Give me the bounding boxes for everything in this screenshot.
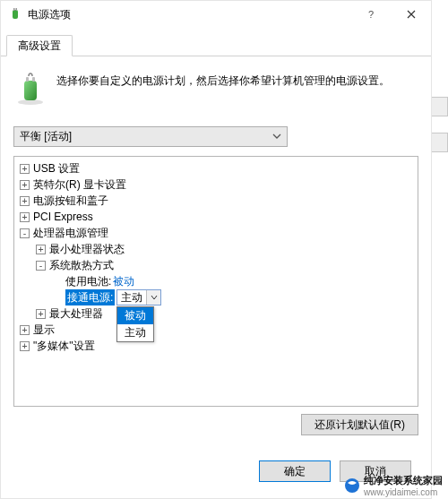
plugged-in-value: 主动	[117, 289, 146, 305]
tree-node-usb[interactable]: +USB 设置	[16, 160, 416, 176]
watermark: 纯净安装系统家园 www.yidaimei.com	[344, 474, 443, 497]
cooling-dropdown[interactable]: 被动 主动	[116, 306, 154, 342]
plugged-in-combobox[interactable]: 主动	[116, 289, 161, 305]
tree-node-display[interactable]: +显示	[16, 322, 416, 338]
tree-node-cpu-max-state[interactable]: +最大处理器	[16, 305, 416, 322]
settings-tree[interactable]: +USB 设置 +英特尔(R) 显卡设置 +电源按钮和盖子 +PCI Expre…	[13, 156, 418, 407]
plugged-in-label: 接通电源:	[65, 289, 115, 305]
on-battery-value[interactable]: 被动	[113, 273, 134, 289]
svg-rect-1	[13, 8, 15, 11]
restore-defaults-button[interactable]: 还原计划默认值(R)	[301, 414, 418, 435]
help-button[interactable]: ?	[350, 1, 391, 28]
svg-rect-2	[16, 8, 18, 11]
tree-node-cpu-power-mgmt[interactable]: -处理器电源管理	[16, 225, 416, 241]
collapse-icon[interactable]: -	[36, 261, 46, 271]
ok-button[interactable]: 确定	[259, 460, 331, 482]
window-title: 电源选项	[28, 7, 71, 22]
expand-icon[interactable]: +	[36, 309, 46, 319]
svg-text:?: ?	[368, 10, 374, 19]
expand-icon[interactable]: +	[20, 341, 30, 351]
obscured-button[interactable]	[432, 97, 448, 116]
tree-node-multimedia[interactable]: +"多媒体"设置	[16, 338, 416, 354]
tree-node-cooling-policy[interactable]: -系统散热方式	[16, 257, 416, 273]
tree-node-cpu-min-state[interactable]: +最小处理器状态	[16, 241, 416, 257]
tree-node-plugged-in[interactable]: 接通电源: 主动	[16, 289, 416, 305]
expand-icon[interactable]: +	[20, 196, 30, 206]
tree-node-on-battery[interactable]: 使用电池: 被动	[16, 273, 416, 289]
watermark-icon	[344, 477, 360, 494]
close-button[interactable]	[391, 1, 431, 28]
watermark-url: www.yidaimei.com	[364, 487, 443, 497]
expand-icon[interactable]: +	[20, 212, 30, 222]
expand-icon[interactable]: +	[20, 325, 30, 335]
dropdown-option-passive[interactable]: 被动	[117, 307, 153, 324]
watermark-title: 纯净安装系统家园	[364, 474, 443, 487]
chevron-down-icon	[272, 131, 281, 143]
tree-node-power-buttons[interactable]: +电源按钮和盖子	[16, 193, 416, 209]
chevron-down-icon[interactable]	[146, 290, 160, 305]
dropdown-option-active[interactable]: 主动	[117, 324, 153, 341]
expand-icon[interactable]: +	[36, 245, 46, 254]
obscured-button[interactable]	[432, 133, 448, 152]
svg-rect-6	[26, 77, 29, 82]
tab-strip: 高级设置	[1, 31, 431, 56]
svg-point-8	[345, 478, 359, 493]
app-icon	[8, 7, 22, 22]
description-text: 选择你要自定义的电源计划，然后选择你希望计算机管理的电源设置。	[56, 73, 390, 89]
power-plan-value: 平衡 [活动]	[20, 129, 72, 144]
title-bar: 电源选项 ?	[1, 1, 431, 28]
svg-rect-0	[13, 10, 18, 19]
expand-icon[interactable]: +	[20, 164, 30, 174]
battery-icon	[13, 73, 47, 110]
svg-rect-5	[24, 81, 37, 100]
tree-node-pci-express[interactable]: +PCI Express	[16, 209, 416, 225]
svg-rect-7	[32, 77, 35, 82]
power-plan-select[interactable]: 平衡 [活动]	[13, 126, 288, 147]
power-options-dialog: 电源选项 ? 高级设置 选	[0, 0, 432, 499]
tree-node-intel-graphics[interactable]: +英特尔(R) 显卡设置	[16, 176, 416, 193]
collapse-icon[interactable]: -	[20, 228, 30, 238]
tab-advanced-settings[interactable]: 高级设置	[6, 35, 73, 56]
expand-icon[interactable]: +	[20, 180, 30, 190]
